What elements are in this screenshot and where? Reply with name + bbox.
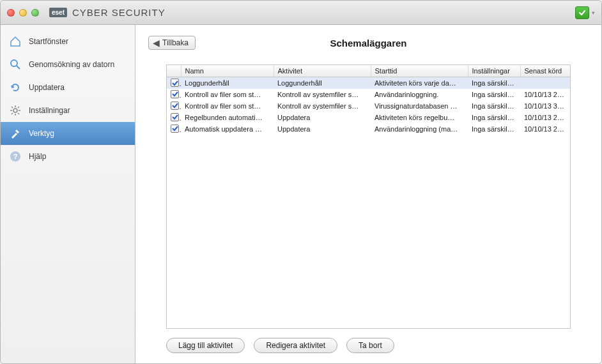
sidebar-item-settings[interactable]: Inställningar xyxy=(1,99,135,122)
cell-lastrun xyxy=(520,77,570,89)
zoom-window-button[interactable] xyxy=(31,9,39,17)
sidebar-item-update[interactable]: Uppdatera xyxy=(1,76,135,99)
chevron-down-icon[interactable]: ▾ xyxy=(592,10,595,16)
button-row: Lägg till aktivitet Redigera aktivitet T… xyxy=(148,329,589,353)
table-row[interactable]: Kontroll av filer som st…Kontroll av sys… xyxy=(167,100,570,112)
svg-line-7 xyxy=(12,107,13,108)
cell-settings: Inga särskil… xyxy=(468,112,520,123)
cell-start: Aktiviteten körs varje da… xyxy=(371,77,468,89)
sidebar-item-label: Startfönster xyxy=(29,37,68,46)
search-icon xyxy=(10,59,21,70)
cell-name: Automatisk uppdatera … xyxy=(181,123,274,135)
home-icon xyxy=(10,36,21,47)
column-header-lastrun[interactable]: Senast körd xyxy=(520,65,570,77)
sidebar-item-label: Genomsökning av datorn xyxy=(29,60,114,69)
back-button[interactable]: ◀ Tillbaka xyxy=(148,36,196,50)
close-window-button[interactable] xyxy=(7,9,15,17)
cell-lastrun: 10/10/13 2:… xyxy=(520,123,570,135)
cell-lastrun: 10/10/13 3:… xyxy=(520,100,570,112)
svg-line-10 xyxy=(18,107,19,108)
cell-activity: Kontroll av systemfiler s… xyxy=(274,100,371,112)
edit-activity-button[interactable]: Redigera aktivitet xyxy=(254,338,337,353)
table-header-row: Namn Aktivitet Starttid Inställningar Se… xyxy=(167,65,570,77)
table-row[interactable]: Automatisk uppdatera …UppdateraAnvändari… xyxy=(167,123,570,135)
svg-point-0 xyxy=(11,60,17,66)
delete-activity-button[interactable]: Ta bort xyxy=(346,338,394,353)
svg-text:?: ? xyxy=(13,153,18,160)
cell-lastrun: 10/10/13 2:… xyxy=(520,112,570,123)
protection-status-button[interactable] xyxy=(575,6,589,19)
cell-start: Virussignaturdatabasen … xyxy=(371,100,468,112)
refresh-icon xyxy=(10,82,21,93)
add-activity-button[interactable]: Lägg till aktivitet xyxy=(166,338,245,353)
sidebar-item-label: Inställningar xyxy=(29,106,70,115)
help-icon: ? xyxy=(10,151,21,162)
sidebar-item-tools[interactable]: Verktyg xyxy=(1,122,135,145)
svg-point-2 xyxy=(13,109,17,112)
column-header-activity[interactable]: Aktivitet xyxy=(274,65,371,77)
sidebar-item-label: Hjälp xyxy=(29,152,46,161)
column-header-settings[interactable]: Inställningar xyxy=(468,65,520,77)
cell-activity: Kontroll av systemfiler s… xyxy=(274,89,371,100)
titlebar: eset CYBER SECURITY ▾ xyxy=(1,1,601,25)
cell-name: Kontroll av filer som st… xyxy=(181,89,274,100)
row-checkbox[interactable] xyxy=(171,102,179,110)
cell-name: Loggunderhåll xyxy=(181,77,274,89)
window-controls xyxy=(7,9,39,17)
brand-logo: eset xyxy=(49,8,67,17)
cell-activity: Uppdatera xyxy=(274,123,371,135)
minimize-window-button[interactable] xyxy=(19,9,27,17)
chevron-left-icon: ◀ xyxy=(153,38,160,47)
svg-line-9 xyxy=(12,113,13,114)
cell-lastrun: 10/10/13 2:… xyxy=(520,89,570,100)
sidebar-item-home[interactable]: Startfönster xyxy=(1,30,135,53)
page-title: Schemaläggaren xyxy=(148,38,589,49)
cell-settings: Inga särskil… xyxy=(468,89,520,100)
sidebar-item-label: Verktyg xyxy=(29,129,54,138)
cell-activity: Uppdatera xyxy=(274,112,371,123)
row-checkbox[interactable] xyxy=(171,90,179,98)
sidebar-item-label: Uppdatera xyxy=(29,83,65,92)
sidebar: Startfönster Genomsökning av datorn Uppd… xyxy=(1,25,135,363)
cell-settings: Inga särskil… xyxy=(468,123,520,135)
cell-start: Aktiviteten körs regelbu… xyxy=(371,112,468,123)
column-header-name[interactable]: Namn xyxy=(181,65,274,77)
table-row[interactable]: Regelbunden automati…UppdateraAktivitete… xyxy=(167,112,570,123)
cell-activity: Loggunderhåll xyxy=(274,77,371,89)
cell-settings: Inga särskil… xyxy=(468,77,520,89)
scheduler-table: Namn Aktivitet Starttid Inställningar Se… xyxy=(166,64,571,329)
tools-icon xyxy=(10,128,21,139)
cell-settings: Inga särskil… xyxy=(468,100,520,112)
column-header-checkbox[interactable] xyxy=(167,65,181,77)
row-checkbox[interactable] xyxy=(171,125,179,133)
svg-line-8 xyxy=(18,113,19,114)
sidebar-item-help[interactable]: ? Hjälp xyxy=(1,145,135,168)
brand: eset CYBER SECURITY xyxy=(49,7,166,18)
cell-name: Kontroll av filer som st… xyxy=(181,100,274,112)
row-checkbox[interactable] xyxy=(171,113,179,121)
main-content: ◀ Tillbaka Schemaläggaren Namn xyxy=(135,25,601,363)
check-icon xyxy=(578,9,586,17)
brand-text: CYBER SECURITY xyxy=(72,7,166,18)
row-checkbox[interactable] xyxy=(171,79,179,87)
back-button-label: Tillbaka xyxy=(162,38,189,47)
sidebar-item-scan[interactable]: Genomsökning av datorn xyxy=(1,53,135,76)
svg-line-1 xyxy=(17,66,20,69)
cell-start: Användarinloggning. xyxy=(371,89,468,100)
table-row[interactable]: LoggunderhållLoggunderhållAktiviteten kö… xyxy=(167,77,570,89)
cell-start: Användarinloggning (ma… xyxy=(371,123,468,135)
gear-icon xyxy=(10,105,21,116)
table-row[interactable]: Kontroll av filer som st…Kontroll av sys… xyxy=(167,89,570,100)
cell-name: Regelbunden automati… xyxy=(181,112,274,123)
column-header-start[interactable]: Starttid xyxy=(371,65,468,77)
